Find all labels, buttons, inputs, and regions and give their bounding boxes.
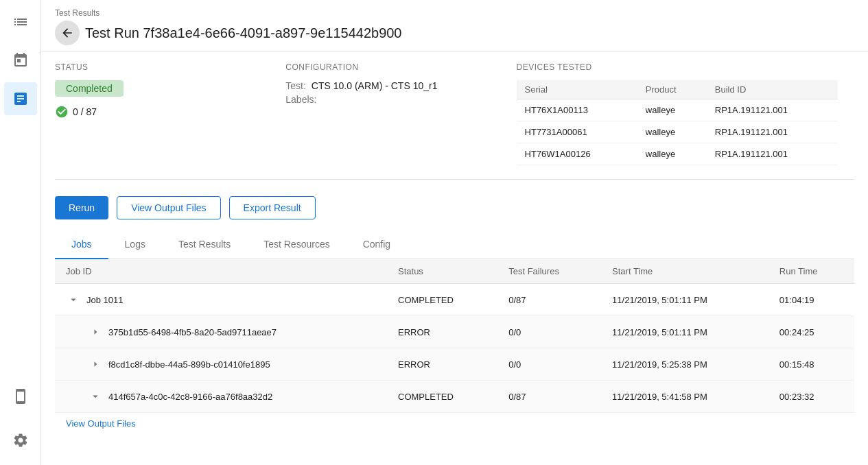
config-test-row: Test: CTS 10.0 (ARM) - CTS 10_r1: [285, 80, 500, 91]
expand-button[interactable]: [88, 357, 103, 372]
job-id-text: Job 1011: [86, 295, 124, 305]
sidebar-item-chart[interactable]: [4, 82, 37, 115]
tabs-bar: JobsLogsTest ResultsTest ResourcesConfig: [55, 230, 854, 259]
devices-table-row: HT76X1A00113walleyeRP1A.191121.001: [517, 99, 838, 121]
job-run-time: 00:23:32: [769, 381, 854, 413]
jobs-col-runtime: Run Time: [769, 259, 854, 284]
breadcrumb: Test Results: [55, 8, 854, 18]
job-start-time: 11/21/2019, 5:01:11 PM: [601, 316, 769, 348]
job-start-time: 11/21/2019, 5:01:11 PM: [601, 284, 769, 316]
job-run-time: 00:15:48: [769, 348, 854, 381]
page-title: Test Run 7f38a1e4-6e66-4091-a897-9e11544…: [85, 25, 402, 41]
tab-test-resources[interactable]: Test Resources: [247, 230, 346, 259]
main-content: Test Results Test Run 7f38a1e4-6e66-4091…: [41, 0, 868, 465]
devices-cell-product: walleye: [637, 143, 707, 165]
back-button[interactable]: [55, 21, 80, 45]
devices-cell-build_id: RP1A.191121.001: [707, 99, 838, 121]
devices-cell-serial: HT76X1A00113: [517, 99, 637, 121]
devices-cell-build_id: RP1A.191121.001: [707, 121, 838, 143]
sidebar: [0, 0, 41, 465]
devices-cell-serial: HT76W1A00126: [517, 143, 637, 165]
jobs-col-starttime: Start Time: [601, 259, 769, 284]
config-labels-row: Labels:: [285, 94, 500, 105]
job-start-time: 11/21/2019, 5:41:58 PM: [601, 381, 769, 413]
job-id-cell: f8cd1c8f-dbbe-44a5-899b-c01410fe1895: [55, 348, 387, 381]
status-section: Status Completed 0 / 87: [55, 62, 285, 165]
devices-cell-serial: HT7731A00061: [517, 121, 637, 143]
jobs-col-status: Status: [387, 259, 497, 284]
job-id-text: f8cd1c8f-dbbe-44a5-899b-c01410fe1895: [108, 359, 270, 370]
table-row: Job 1011COMPLETED0/8711/21/2019, 5:01:11…: [55, 284, 854, 316]
sidebar-item-list[interactable]: [4, 5, 37, 38]
check-circle-icon: [55, 105, 69, 119]
job-start-time: 11/21/2019, 5:25:38 PM: [601, 348, 769, 381]
table-row: 414f657a-4c0c-42c8-9166-aa76f8aa32d2COMP…: [55, 381, 854, 413]
devices-table-row: HT76W1A00126walleyeRP1A.191121.001: [517, 143, 838, 165]
job-test-failures: 0/87: [497, 284, 601, 316]
job-status: COMPLETED: [387, 284, 497, 316]
sidebar-item-calendar[interactable]: [4, 44, 37, 77]
collapse-button[interactable]: [66, 292, 81, 307]
status-badge: Completed: [55, 80, 124, 97]
jobs-col-failures: Test Failures: [497, 259, 601, 284]
job-run-time: 00:24:25: [769, 316, 854, 348]
tab-config[interactable]: Config: [347, 230, 407, 259]
job-run-time: 01:04:19: [769, 284, 854, 316]
view-output-files-link[interactable]: View Output Files: [55, 413, 147, 434]
devices-label: Devices Tested: [517, 62, 838, 72]
devices-table-row: HT7731A00061walleyeRP1A.191121.001: [517, 121, 838, 143]
expand-button[interactable]: [88, 324, 103, 339]
devices-cell-build_id: RP1A.191121.001: [707, 143, 838, 165]
view-output-button[interactable]: View Output Files: [117, 196, 220, 219]
page-header: Test Results Test Run 7f38a1e4-6e66-4091…: [41, 0, 868, 51]
config-label: Configuration: [285, 62, 500, 72]
sidebar-item-device[interactable]: [4, 380, 37, 413]
job-test-failures: 0/87: [497, 381, 601, 413]
jobs-col-id: Job ID: [55, 259, 387, 284]
config-test-value: CTS 10.0 (ARM) - CTS 10_r1: [312, 80, 438, 91]
devices-col-serial: Serial: [517, 80, 637, 99]
job-id-cell: Job 1011: [55, 284, 387, 316]
action-row: Rerun View Output Files Export Result: [55, 196, 854, 219]
pass-count-text: 0 / 87: [73, 106, 97, 117]
export-button[interactable]: Export Result: [229, 196, 316, 219]
tab-test-results[interactable]: Test Results: [162, 230, 247, 259]
pass-count: 0 / 87: [55, 105, 269, 119]
devices-col-buildid: Build ID: [707, 80, 838, 99]
table-row: f8cd1c8f-dbbe-44a5-899b-c01410fe1895ERRO…: [55, 348, 854, 381]
config-labels-key: Labels:: [285, 94, 316, 105]
config-test-key: Test:: [285, 80, 306, 91]
tab-logs[interactable]: Logs: [108, 230, 162, 259]
sidebar-item-settings[interactable]: [4, 424, 37, 457]
rerun-button[interactable]: Rerun: [55, 196, 108, 219]
job-test-failures: 0/0: [497, 316, 601, 348]
job-status: ERROR: [387, 316, 497, 348]
config-section: Configuration Test: CTS 10.0 (ARM) - CTS…: [285, 62, 516, 165]
job-id-text: 375b1d55-6498-4fb5-8a20-5ad9711aeae7: [108, 327, 277, 337]
job-status: COMPLETED: [387, 381, 497, 413]
job-test-failures: 0/0: [497, 348, 601, 381]
job-id-text: 414f657a-4c0c-42c8-9166-aa76f8aa32d2: [108, 392, 272, 402]
jobs-table: Job ID Status Test Failures Start Time R…: [55, 259, 854, 413]
job-status: ERROR: [387, 348, 497, 381]
devices-section: Devices Tested Serial Product Build ID H…: [517, 62, 854, 165]
devices-col-product: Product: [637, 80, 707, 99]
job-id-cell: 414f657a-4c0c-42c8-9166-aa76f8aa32d2: [55, 381, 387, 413]
devices-cell-product: walleye: [637, 121, 707, 143]
status-label: Status: [55, 62, 269, 72]
info-row: Status Completed 0 / 87 Configuration Te…: [55, 62, 854, 180]
devices-table: Serial Product Build ID HT76X1A00113wall…: [517, 80, 838, 165]
tab-jobs[interactable]: Jobs: [55, 230, 108, 259]
job-id-cell: 375b1d55-6498-4fb5-8a20-5ad9711aeae7: [55, 316, 387, 348]
table-row: 375b1d55-6498-4fb5-8a20-5ad9711aeae7ERRO…: [55, 316, 854, 348]
collapse-button[interactable]: [88, 389, 103, 404]
content-area: Status Completed 0 / 87 Configuration Te…: [41, 51, 868, 465]
devices-cell-product: walleye: [637, 99, 707, 121]
